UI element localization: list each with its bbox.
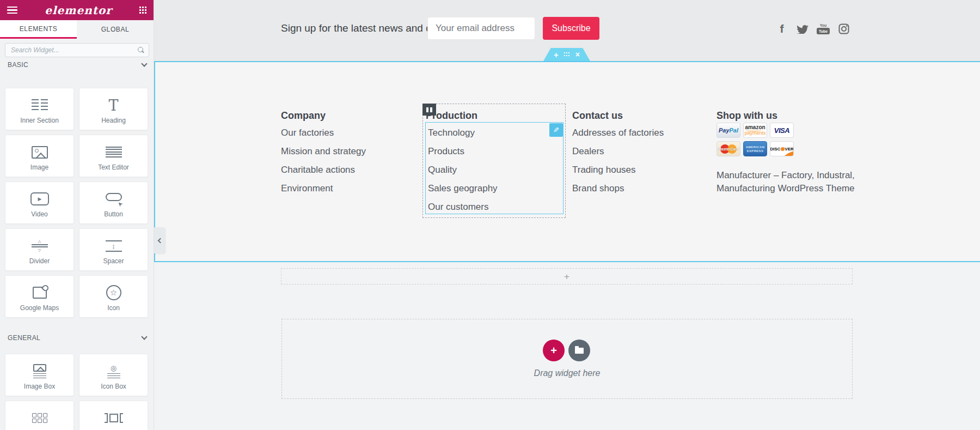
widget-label: Video (5, 210, 74, 218)
close-section-icon[interactable]: × (575, 51, 580, 58)
widget-label: Icon Box (79, 383, 148, 390)
footer-link[interactable]: Charitable actions (281, 165, 355, 175)
email-field[interactable] (427, 17, 535, 40)
panel-tabs: ELEMENTS GLOBAL (0, 20, 154, 39)
widget-card-image[interactable]: Image (5, 135, 74, 177)
apps-grid-icon[interactable] (139, 7, 146, 14)
widget-label: Image (5, 163, 74, 171)
footer-link[interactable]: Trading houses (572, 165, 636, 175)
footer-link[interactable]: Environment (281, 183, 333, 194)
column-icon (426, 107, 432, 112)
search-input[interactable] (5, 43, 149, 57)
widget-card-text-editor[interactable]: Text Editor (79, 135, 148, 177)
footer-link[interactable]: Brand shops (572, 183, 624, 194)
footer-link[interactable]: Dealers (572, 146, 604, 157)
widget-card-divider[interactable]: △▽ Divider (5, 228, 74, 271)
plus-icon: + (564, 272, 569, 281)
footer-section[interactable] (154, 61, 980, 262)
widget-card-video[interactable]: Video (5, 181, 74, 224)
icon-box-icon: ◎ (107, 365, 120, 378)
subscribe-button[interactable]: Subscribe (543, 17, 599, 40)
discover-badge: DISCVER (770, 141, 794, 156)
widget-card-icon-box[interactable]: ◎ Icon Box (79, 354, 148, 396)
button-icon (106, 193, 122, 201)
widget-card-spacer[interactable]: ↕ Spacer (79, 228, 148, 271)
add-section-strip[interactable]: + (281, 268, 853, 284)
search-icon (138, 47, 144, 53)
theme-description-line2: Manufacturing WordPress Theme (716, 183, 855, 194)
chevron-down-icon (141, 60, 147, 66)
visa-badge: VISA (770, 123, 794, 138)
widget-card-image-box[interactable]: Image Box (5, 354, 74, 396)
payment-badges-row-2: MasterCard AMERICANEXPRESS DISCVER (716, 141, 794, 156)
section-basic-label: BASIC (8, 61, 28, 69)
column-heading-shop: Shop with us (716, 110, 777, 122)
column-heading-contact: Contact us (572, 110, 623, 122)
widget-label: Heading (79, 117, 148, 124)
widget-card-heading[interactable]: T Heading (79, 88, 148, 130)
folder-icon (575, 348, 584, 354)
widget-label: Icon (79, 304, 148, 312)
widget-label: Button (79, 210, 148, 218)
widget-card-inner-section[interactable]: Inner Section (5, 88, 74, 130)
add-section-icon[interactable]: + (554, 51, 559, 59)
spacer-icon: ↕ (106, 240, 122, 252)
pencil-icon: ✎ (553, 126, 559, 134)
section-handle: + × (543, 48, 590, 61)
paypal-badge: PayPal (716, 123, 740, 138)
image-icon (32, 146, 48, 159)
template-library-button[interactable] (568, 340, 590, 361)
elementor-logo: elementor (45, 4, 112, 17)
widgets-panel: elementor ELEMENTS GLOBAL BASIC Inner Se… (0, 0, 154, 430)
widget-label: Image Box (5, 383, 74, 390)
tab-global[interactable]: GLOBAL (77, 20, 154, 39)
basic-widgets-grid: Inner Section T Heading Image Text Edito… (5, 88, 149, 318)
tab-elements[interactable]: ELEMENTS (0, 20, 77, 39)
panel-header: elementor (0, 0, 154, 20)
carousel-icon (105, 413, 123, 423)
theme-description-line1: Manufacturer – Factory, Industral, (716, 170, 855, 181)
panel-collapse-button[interactable] (154, 227, 165, 253)
widget-label: Spacer (79, 257, 148, 265)
chevron-down-icon (141, 334, 147, 340)
widget-label: Divider (5, 257, 74, 265)
twitter-icon[interactable] (796, 22, 809, 36)
edit-widget-button[interactable]: ✎ (549, 123, 563, 137)
discover-o-dot (781, 147, 785, 151)
section-general-label: GENERAL (8, 334, 40, 342)
social-icons-row: f You Tube (775, 22, 850, 36)
newsletter-signup-text: Sign up for the latest news and deals (281, 22, 451, 34)
widget-label: Inner Section (5, 117, 74, 124)
instagram-icon[interactable] (837, 22, 850, 36)
general-widgets-grid: Image Box ◎ Icon Box (5, 354, 149, 430)
widget-card-carousel[interactable] (79, 401, 148, 430)
widget-label: Google Maps (5, 304, 74, 312)
text-editor-icon (106, 147, 122, 158)
facebook-icon[interactable]: f (775, 22, 788, 36)
heading-icon: T (108, 98, 118, 113)
section-header-basic[interactable]: BASIC (5, 60, 149, 69)
divider-icon: △▽ (32, 239, 48, 252)
widget-card-button[interactable]: Button (79, 181, 148, 224)
footer-link[interactable]: Our factories (281, 128, 334, 138)
widget-card-icon[interactable]: Icon (79, 275, 148, 318)
footer-link[interactable]: Mission and strategy (281, 146, 366, 157)
add-new-section-button[interactable]: + (543, 340, 565, 361)
amazon-payments-badge: amazonpayments (743, 123, 767, 138)
drag-widget-dropzone[interactable] (281, 319, 853, 399)
google-maps-icon (33, 287, 47, 299)
youtube-icon[interactable]: You Tube (817, 22, 830, 36)
widget-card-gallery[interactable] (5, 401, 74, 430)
gallery-grid-icon (32, 413, 47, 423)
widget-label: Text Editor (79, 163, 148, 171)
hamburger-menu-icon[interactable] (7, 7, 17, 14)
column-settings-badge[interactable] (422, 104, 436, 116)
star-circle-icon (106, 285, 121, 300)
footer-link[interactable]: Addresses of factories (572, 128, 664, 138)
drag-section-icon[interactable] (564, 52, 570, 57)
widget-search (5, 43, 149, 57)
section-header-general[interactable]: GENERAL (5, 334, 149, 342)
widget-card-google-maps[interactable]: Google Maps (5, 275, 74, 318)
mastercard-badge: MasterCard (716, 141, 740, 156)
selected-column-outline (422, 104, 566, 218)
